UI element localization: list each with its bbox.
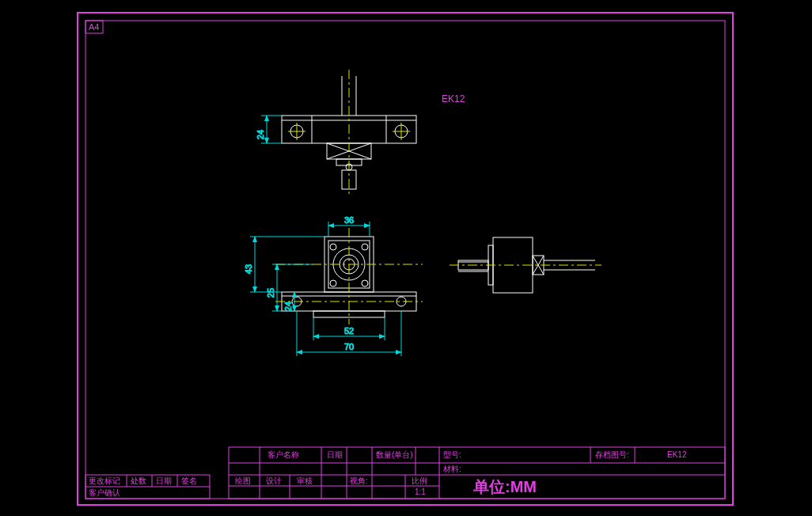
svg-text:设计: 设计 [266,476,282,485]
svg-text:25: 25 [266,288,275,298]
svg-text:单位:MM: 单位:MM [472,478,537,495]
svg-point-34 [362,280,368,286]
svg-text:比例: 比例 [412,476,427,485]
titleblock-text: 客户名称 日期 数量(单台) 型号: 存档图号: EK12 材料: 绘图 设计 … [235,450,687,496]
svg-text:处数: 处数 [131,476,146,485]
sheet-size-label: A4 [89,22,99,32]
svg-text:客户确认: 客户确认 [89,488,120,497]
part-label: EK12 [442,93,465,104]
svg-text:视角:: 视角: [350,476,368,485]
svg-text:1:1: 1:1 [415,488,426,496]
svg-text:更改标记: 更改标记 [89,476,120,485]
svg-text:日期: 日期 [156,476,172,485]
top-view [282,70,416,194]
svg-text:绘图: 绘图 [235,476,251,485]
outer-frame [78,13,733,505]
svg-text:签名: 签名 [181,476,197,485]
svg-text:24: 24 [256,130,265,139]
svg-text:24: 24 [283,302,293,311]
dim-24: 24 [283,292,294,311]
svg-text:日期: 日期 [327,450,343,459]
svg-text:70: 70 [344,342,354,351]
cad-drawing-canvas[interactable]: A4 24 EK12 [0,0,812,516]
svg-point-33 [330,280,336,286]
svg-text:43: 43 [244,264,253,274]
svg-text:存档图号:: 存档图号: [595,450,629,459]
side-view [450,237,601,293]
dim-top-24: 24 [256,116,282,143]
svg-text:数量(单台): 数量(单台) [376,450,413,459]
svg-point-32 [362,244,368,250]
svg-text:客户名称: 客户名称 [268,450,299,459]
svg-text:审核: 审核 [297,476,313,485]
front-view [275,228,423,324]
inner-frame [85,21,725,499]
svg-text:36: 36 [344,215,354,225]
svg-text:52: 52 [344,326,354,336]
svg-point-31 [330,244,336,250]
svg-text:型号:: 型号: [443,450,461,459]
svg-text:材料:: 材料: [442,465,461,473]
svg-text:EK12: EK12 [667,450,687,459]
